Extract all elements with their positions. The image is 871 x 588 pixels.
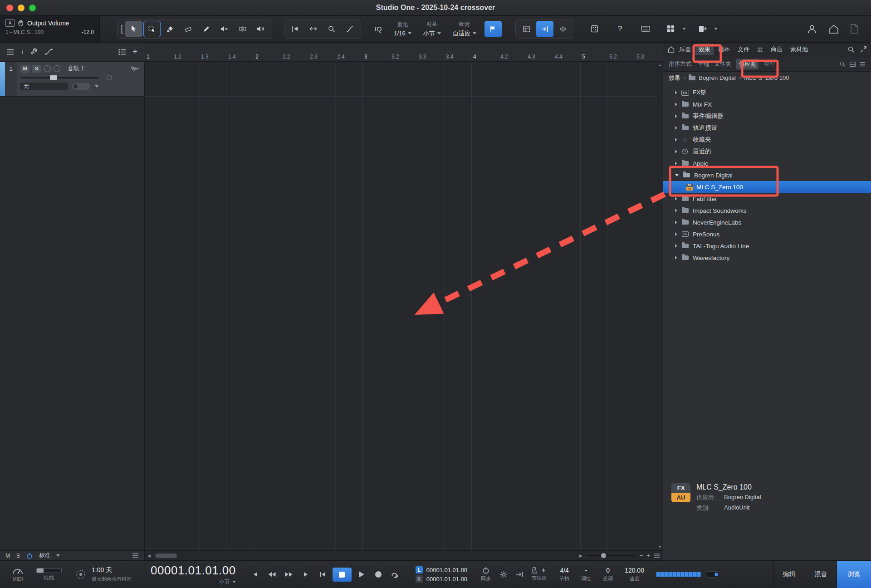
dual-cursor-button[interactable]: [554, 21, 572, 37]
timeline-ruler[interactable]: 11.21.31.422.22.32.433.23.33.444.24.34.4…: [144, 42, 663, 61]
tree-item-wavesfactory[interactable]: Wavesfactory: [663, 252, 871, 264]
loop-end-badge[interactable]: R: [416, 575, 423, 583]
search-icon[interactable]: [848, 46, 855, 53]
track-io-toggle[interactable]: [72, 83, 90, 90]
tab-loops[interactable]: 循环: [715, 44, 733, 55]
track-header[interactable]: 1 M S 音轨 1: [0, 62, 144, 97]
zoom-in-button[interactable]: +: [646, 552, 650, 559]
track-list-options-icon[interactable]: [118, 49, 126, 55]
time-unit[interactable]: 小节: [219, 578, 230, 586]
chevron-down-icon[interactable]: [232, 581, 236, 583]
caret-right-icon[interactable]: [675, 126, 677, 130]
tree-item-bogren-digital[interactable]: Bogren Digital: [663, 169, 871, 181]
automation-curve-icon[interactable]: [45, 49, 53, 55]
snap-mode-dropdown[interactable]: 吸附 自适应: [453, 20, 476, 38]
input-quantize-button[interactable]: IQ: [375, 25, 382, 33]
browser-home-icon[interactable]: [668, 46, 675, 53]
mute-tool-button[interactable]: [216, 21, 233, 37]
chevron-down-icon[interactable]: [682, 28, 686, 30]
mix-page-button[interactable]: 混音: [805, 561, 837, 588]
filter-search-icon[interactable]: [840, 61, 846, 67]
keyboard-button[interactable]: [637, 21, 654, 37]
editor-view-button[interactable]: [518, 21, 535, 37]
sort-flat-option[interactable]: 平铺: [698, 60, 709, 68]
param-display[interactable]: A Output Volume 1 - MLC S.. 100 -12.0: [0, 15, 100, 42]
arrow-tool-button[interactable]: [125, 21, 142, 37]
track-mute-button[interactable]: M: [20, 65, 29, 73]
expand-panel-icon[interactable]: [860, 46, 866, 53]
caret-right-icon[interactable]: [675, 114, 677, 118]
caret-down-icon[interactable]: [675, 174, 679, 176]
breadcrumb-item[interactable]: MLC S_Zero 100: [744, 74, 789, 81]
sort-vendor-option[interactable]: 供应商: [736, 59, 759, 69]
tab-pool[interactable]: 素材池: [787, 44, 811, 55]
return-to-start-button[interactable]: [316, 568, 329, 581]
panel-view-icon[interactable]: [850, 62, 856, 67]
time-signature-value[interactable]: 4/4: [560, 567, 568, 574]
waveform-icon[interactable]: [131, 66, 140, 71]
global-mute-button[interactable]: M: [5, 553, 10, 559]
zoom-out-button[interactable]: −: [640, 552, 643, 559]
snap-enable-button[interactable]: [484, 21, 502, 37]
caret-right-icon[interactable]: [675, 220, 677, 224]
zoom-tool-button[interactable]: [323, 21, 340, 37]
loop-start-time[interactable]: 00001.01.01.00: [426, 567, 467, 573]
tree-item-fx-chains[interactable]: FX FX链: [663, 87, 871, 98]
caret-right-icon[interactable]: [675, 138, 677, 142]
quantize-dropdown[interactable]: 量化 1/16: [394, 21, 411, 37]
metronome-group[interactable]: 节拍器: [531, 567, 547, 582]
caret-right-icon[interactable]: [675, 209, 677, 212]
caret-right-icon[interactable]: [675, 256, 677, 260]
rewind-button[interactable]: [265, 568, 279, 581]
sort-type-option[interactable]: 类型: [763, 60, 775, 68]
record-arm-button[interactable]: [44, 65, 51, 72]
inspector-button[interactable]: i: [21, 48, 23, 56]
power-icon[interactable]: [26, 553, 33, 559]
help-button[interactable]: ?: [612, 21, 629, 37]
tree-item-impact-soundworks[interactable]: Impact Soundworks: [663, 205, 871, 216]
play-button[interactable]: [355, 568, 368, 581]
track-preset-dropdown[interactable]: 标准: [39, 552, 50, 559]
eraser-tool-button[interactable]: [180, 21, 197, 37]
bend-tool-button[interactable]: [341, 21, 358, 37]
footer-menu-icon[interactable]: [132, 553, 139, 558]
tree-item-tal-togu-audio-line[interactable]: TAL-Togu Audio Line: [663, 240, 871, 252]
breadcrumb-root[interactable]: 效果: [669, 74, 680, 82]
list-view-icon[interactable]: [860, 62, 866, 67]
macro-button[interactable]: [586, 21, 603, 37]
zoom-presets-icon[interactable]: [654, 553, 660, 559]
scroll-right-icon[interactable]: ▶: [579, 554, 582, 558]
track-input-selector[interactable]: 无: [20, 83, 68, 90]
track-list-menu-icon[interactable]: [6, 49, 14, 55]
transpose[interactable]: 0 变调: [603, 567, 613, 582]
fast-forward-button[interactable]: [282, 568, 296, 581]
track-solo-button[interactable]: S: [32, 65, 41, 73]
paint-tool-button[interactable]: [161, 21, 179, 37]
tempo[interactable]: 120.00 速度: [625, 567, 644, 582]
stop-button[interactable]: [333, 568, 352, 582]
minimize-window-button[interactable]: [18, 5, 24, 11]
scroll-up-icon[interactable]: ▲: [658, 63, 662, 67]
caret-right-icon[interactable]: [675, 162, 677, 165]
track-color-bar[interactable]: [0, 62, 5, 96]
fader-knob[interactable]: [50, 75, 57, 80]
loop-locators[interactable]: L 00001.01.01.00 R 00001.01.01.00: [416, 566, 467, 583]
document-icon[interactable]: [851, 24, 858, 34]
follow-playhead-button[interactable]: [536, 21, 553, 37]
track-volume-fader[interactable]: [20, 77, 98, 78]
scrollbar-track[interactable]: [154, 553, 576, 559]
tree-item-favorites[interactable]: ☆ 收藏夹: [663, 134, 871, 146]
chevron-down-icon[interactable]: [714, 28, 718, 30]
scroll-down-icon[interactable]: ▼: [658, 545, 662, 549]
zoom-window-button[interactable]: [29, 5, 36, 11]
global-solo-button[interactable]: S: [16, 553, 20, 559]
performance-meter[interactable]: 性能: [36, 568, 62, 581]
add-view-button[interactable]: [694, 21, 711, 37]
chevron-down-icon[interactable]: [56, 554, 60, 557]
tab-effects[interactable]: 效果: [695, 44, 714, 55]
tab-instruments[interactable]: 乐器: [676, 44, 694, 55]
loop-start-badge[interactable]: L: [416, 566, 423, 573]
breadcrumb-vendor[interactable]: Bogren Digital: [699, 74, 736, 81]
tab-cloud[interactable]: 云: [754, 44, 766, 55]
tree-item-event-editors[interactable]: 事件编辑器: [663, 110, 871, 122]
